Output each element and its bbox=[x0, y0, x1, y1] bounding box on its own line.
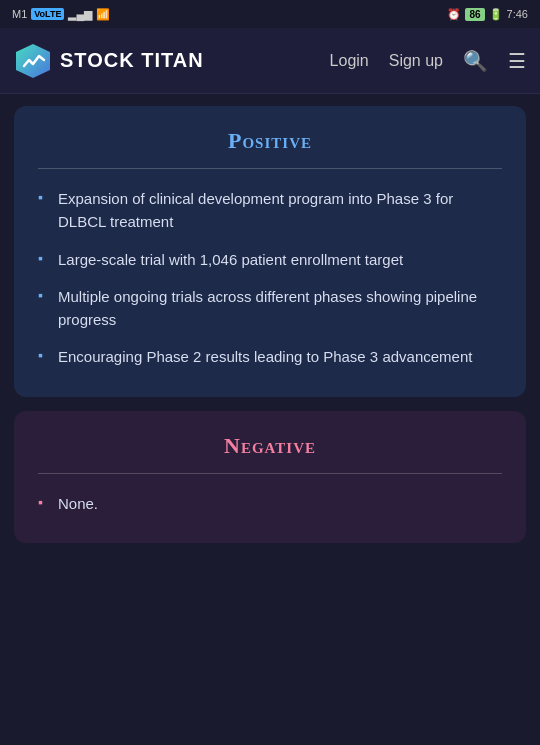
negative-bullet-list: None. bbox=[38, 492, 502, 515]
logo-text: STOCK TITAN bbox=[60, 49, 204, 72]
svg-marker-0 bbox=[16, 44, 50, 78]
negative-card-title: Negative bbox=[38, 433, 502, 459]
positive-bullet-list: Expansion of clinical development progra… bbox=[38, 187, 502, 369]
battery-level: 86 bbox=[465, 8, 484, 21]
signup-link[interactable]: Sign up bbox=[389, 52, 443, 70]
positive-card-title: Positive bbox=[38, 128, 502, 154]
list-item: Encouraging Phase 2 results leading to P… bbox=[38, 345, 502, 368]
main-content: Positive Expansion of clinical developme… bbox=[0, 94, 540, 745]
logo-area: STOCK TITAN bbox=[14, 42, 330, 80]
status-left: M1 VoLTE ▂▄▆ 📶 bbox=[12, 8, 110, 21]
login-link[interactable]: Login bbox=[330, 52, 369, 70]
negative-card-divider bbox=[38, 473, 502, 474]
positive-card: Positive Expansion of clinical developme… bbox=[14, 106, 526, 397]
time-display: 7:46 bbox=[507, 8, 528, 20]
negative-card: Negative None. bbox=[14, 411, 526, 543]
search-icon[interactable]: 🔍 bbox=[463, 49, 488, 73]
list-item: None. bbox=[38, 492, 502, 515]
nav-links: Login Sign up 🔍 ☰ bbox=[330, 49, 526, 73]
positive-card-divider bbox=[38, 168, 502, 169]
navbar: STOCK TITAN Login Sign up 🔍 ☰ bbox=[0, 28, 540, 94]
logo-icon bbox=[14, 42, 52, 80]
signal-icon: ▂▄▆ bbox=[68, 8, 92, 21]
list-item: Expansion of clinical development progra… bbox=[38, 187, 502, 234]
status-right: ⏰ 86 🔋 7:46 bbox=[447, 8, 528, 21]
wifi-icon: 📶 bbox=[96, 8, 110, 21]
status-bar: M1 VoLTE ▂▄▆ 📶 ⏰ 86 🔋 7:46 bbox=[0, 0, 540, 28]
battery-icon: 🔋 bbox=[489, 8, 503, 21]
list-item: Large-scale trial with 1,046 patient enr… bbox=[38, 248, 502, 271]
menu-icon[interactable]: ☰ bbox=[508, 49, 526, 73]
list-item: Multiple ongoing trials across different… bbox=[38, 285, 502, 332]
alarm-icon: ⏰ bbox=[447, 8, 461, 21]
carrier-label: M1 bbox=[12, 8, 27, 20]
volte-badge: VoLTE bbox=[31, 8, 64, 20]
